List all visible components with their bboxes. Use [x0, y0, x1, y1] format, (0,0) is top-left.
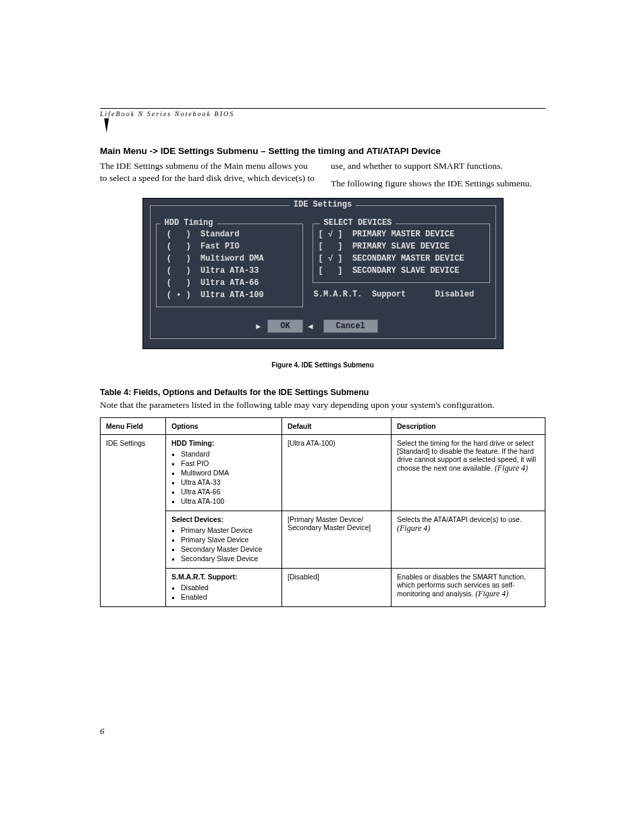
intro-text: The IDE Settings submenu of the Main men… [100, 160, 545, 190]
hdd-timing-legend: HDD Timing [161, 218, 217, 228]
table-row: Select Devices:Primary Master DevicePrim… [101, 511, 545, 569]
options-cell: Select Devices:Primary Master DevicePrim… [166, 511, 282, 569]
table-row: IDE SettingsHDD Timing:StandardFast PIOM… [101, 435, 545, 511]
menu-field-cell: IDE Settings [101, 435, 166, 607]
hdd-option[interactable]: ( ) Multiword DMA [162, 253, 297, 265]
ok-button[interactable]: ▶ OK ◀ [267, 319, 302, 333]
select-devices-legend: SELECT DEVICES [320, 218, 396, 228]
options-cell: S.M.A.R.T. Support:DisabledEnabled [166, 569, 282, 607]
hdd-option[interactable]: ( ) Ultra ATA-33 [162, 265, 297, 277]
default-cell: [Ultra ATA-100) [282, 435, 392, 511]
triangle-right-icon: ▶ [256, 321, 261, 332]
hdd-option[interactable]: ( • ) Ultra ATA-100 [162, 289, 297, 301]
running-head: LifeBook N Series Notebook BIOS [100, 110, 545, 118]
description-cell: Selects the ATA/ATAPI device(s) to use. … [392, 511, 545, 569]
table-row: S.M.A.R.T. Support:DisabledEnabled[Disab… [101, 569, 545, 607]
hdd-option[interactable]: ( ) Standard [162, 228, 297, 240]
select-devices-panel: SELECT DEVICES [ √ ] PRIMARY MASTER DEVI… [313, 224, 490, 283]
section-title: Main Menu -> IDE Settings Submenu – Sett… [100, 146, 545, 156]
bios-screenshot: IDE Settings HDD Timing ( ) Standard ( )… [142, 198, 504, 349]
table-title: Table 4: Fields, Options and Defaults fo… [100, 388, 545, 397]
hdd-option[interactable]: ( ) Ultra ATA-66 [162, 277, 297, 289]
description-cell: Select the timing for the hard drive or … [392, 435, 545, 511]
cancel-button[interactable]: Cancel [323, 319, 378, 333]
default-cell: [Disabled] [282, 569, 392, 607]
triangle-left-icon: ◀ [308, 321, 313, 332]
bios-title: IDE Settings [290, 200, 356, 209]
corner-slash-icon: ▼ [103, 110, 111, 139]
hdd-timing-panel: HDD Timing ( ) Standard ( ) Fast PIO ( )… [156, 224, 303, 307]
th-options: Options [166, 418, 282, 435]
th-default: Default [282, 418, 392, 435]
th-menu: Menu Field [101, 418, 166, 435]
device-option[interactable]: [ ] PRIMARY SLAVE DEVICE [319, 240, 484, 253]
default-cell: [Primary Master Device/ Secondary Master… [282, 511, 392, 569]
settings-table: Menu Field Options Default Description I… [100, 417, 545, 607]
smart-support-line[interactable]: S.M.A.R.T. Support Disabled [314, 290, 490, 299]
intro-right: The following figure shows the IDE Setti… [331, 178, 545, 190]
device-option[interactable]: [ ] SECONDARY SLAVE DEVICE [319, 265, 484, 277]
page-number: 6 [100, 726, 105, 737]
device-option[interactable]: [ √ ] PRIMARY MASTER DEVICE [319, 228, 484, 240]
options-cell: HDD Timing:StandardFast PIOMultiword DMA… [166, 435, 282, 511]
description-cell: Enables or disables the SMART function, … [392, 569, 545, 607]
table-note: Note that the parameters listed in the f… [100, 400, 545, 411]
hdd-option[interactable]: ( ) Fast PIO [162, 240, 297, 253]
figure-caption: Figure 4. IDE Settings Submenu [100, 361, 545, 369]
device-option[interactable]: [ √ ] SECONDARY MASTER DEVICE [319, 253, 484, 265]
th-description: Description [392, 418, 545, 435]
